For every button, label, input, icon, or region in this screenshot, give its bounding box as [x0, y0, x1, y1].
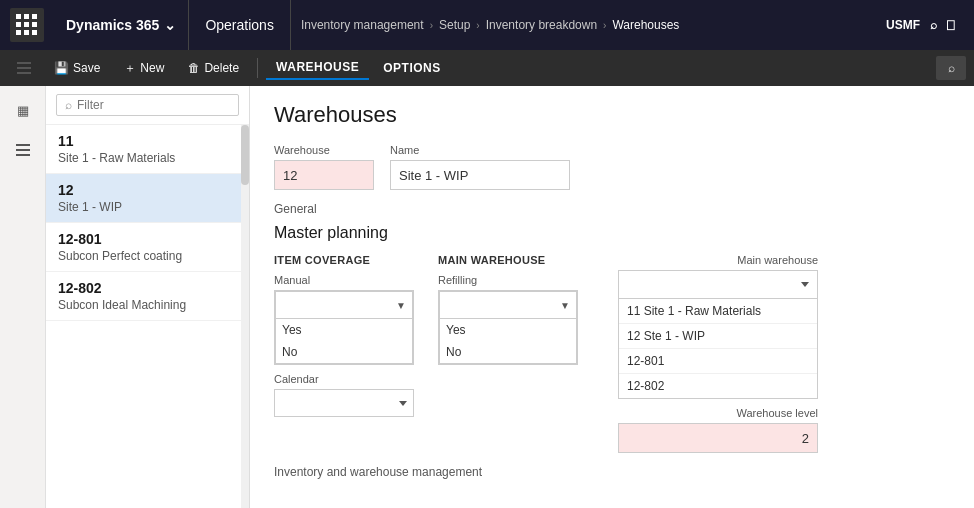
calendar-label: Calendar [274, 373, 414, 385]
plus-icon: ＋ [124, 60, 136, 77]
manual-options: Yes No [275, 319, 413, 364]
main-warehouse-right: Main warehouse 11 Site 1 - Raw Materials… [618, 254, 818, 453]
list-item[interactable]: 11 Site 1 - Raw Materials [46, 125, 249, 174]
top-navigation: Dynamics 365 ⌄ Operations Inventory mana… [0, 0, 974, 50]
item-code: 12-802 [58, 280, 237, 296]
main-layout: ▦ ⌕ 11 Site 1 - Raw Materials [0, 86, 974, 508]
warehouse-field: Warehouse [274, 144, 374, 190]
master-planning-heading: Master planning [274, 224, 950, 242]
manual-option-yes[interactable]: Yes [276, 319, 412, 341]
tab-options[interactable]: OPTIONS [373, 57, 451, 79]
waffle-menu[interactable] [10, 8, 44, 42]
company-code: USMF [886, 18, 920, 32]
calendar-field: Calendar [274, 373, 414, 417]
name-input[interactable] [390, 160, 570, 190]
item-coverage-header: ITEM COVERAGE [274, 254, 414, 266]
inventory-section-label: Inventory and warehouse management [274, 465, 950, 479]
refilling-option-yes[interactable]: Yes [440, 319, 576, 341]
refilling-option-no[interactable]: No [440, 341, 576, 363]
refilling-arrow: ▼ [560, 300, 570, 311]
warehouse-level-label: Warehouse level [736, 407, 818, 419]
mw-option-0[interactable]: 11 Site 1 - Raw Materials [619, 299, 817, 324]
sidebar-list-area: ⌕ 11 Site 1 - Raw Materials 12 Site 1 - … [46, 86, 249, 508]
module-label: Operations [189, 0, 290, 50]
filter-input-wrap[interactable]: ⌕ [56, 94, 239, 116]
mw-option-3[interactable]: 12-802 [619, 374, 817, 398]
list-item[interactable]: 12 Site 1 - WIP [46, 174, 249, 223]
warehouse-level-input[interactable] [618, 423, 818, 453]
main-warehouse-dropdown-header[interactable] [619, 271, 817, 299]
refilling-field: Refilling ▼ Yes No [438, 274, 578, 365]
list-area: 11 Site 1 - Raw Materials 12 Site 1 - WI… [46, 125, 249, 508]
sidebar-icon-bar: ▦ [0, 86, 46, 508]
breadcrumb-breakdown[interactable]: Inventory breakdown [486, 18, 597, 32]
refilling-label: Refilling [438, 274, 578, 286]
chat-icon[interactable]: ⎕ [947, 18, 954, 32]
item-coverage-col: ITEM COVERAGE Manual ▼ Yes No [274, 254, 414, 417]
hamburger-icon[interactable] [8, 52, 40, 84]
main-warehouse-field-label: Main warehouse [618, 254, 818, 266]
divider [257, 58, 258, 78]
delete-icon: 🗑 [188, 61, 200, 75]
brand-title[interactable]: Dynamics 365 ⌄ [54, 0, 189, 50]
main-warehouse-section: Main warehouse 11 Site 1 - Raw Materials… [618, 254, 818, 399]
mw-option-2[interactable]: 12-801 [619, 349, 817, 374]
sort-icon[interactable] [7, 134, 39, 166]
master-planning-grid: ITEM COVERAGE Manual ▼ Yes No [274, 254, 950, 453]
save-icon: 💾 [54, 61, 69, 75]
general-label: General [274, 202, 950, 216]
toolbar-search-button[interactable]: ⌕ [936, 56, 966, 80]
main-warehouse-options: 11 Site 1 - Raw Materials 12 Ste 1 - WIP… [619, 299, 817, 398]
name-field: Name [390, 144, 570, 190]
search-icon-small: ⌕ [948, 61, 955, 75]
manual-field: Manual ▼ Yes No [274, 274, 414, 365]
warehouse-label: Warehouse [274, 144, 374, 156]
nav-right: USMF ⌕ ⎕ [886, 18, 964, 32]
name-label: Name [390, 144, 570, 156]
refilling-options: Yes No [439, 319, 577, 364]
mw-option-1[interactable]: 12 Ste 1 - WIP [619, 324, 817, 349]
item-code: 11 [58, 133, 237, 149]
new-button[interactable]: ＋ New [114, 54, 174, 82]
warehouse-name-row: Warehouse Name [274, 144, 950, 190]
warehouse-input[interactable] [274, 160, 374, 190]
tab-warehouse[interactable]: WAREHOUSE [266, 56, 369, 80]
manual-dropdown-header[interactable]: ▼ [275, 291, 413, 319]
manual-dropdown: ▼ Yes No [274, 290, 414, 365]
sidebar: ▦ ⌕ 11 Site 1 - Raw Materials [0, 86, 250, 508]
warehouse-level-row: Warehouse level [618, 407, 818, 453]
filter-box: ⌕ [46, 86, 249, 125]
filter-input[interactable] [77, 98, 230, 112]
manual-option-no[interactable]: No [276, 341, 412, 363]
refilling-dropdown: ▼ Yes No [438, 290, 578, 365]
breadcrumb-inventory[interactable]: Inventory management [301, 18, 424, 32]
page-title: Warehouses [274, 102, 950, 128]
main-warehouse-arrow [801, 282, 809, 287]
brand-chevron: ⌄ [164, 17, 176, 33]
filter-search-icon: ⌕ [65, 98, 72, 112]
scrollbar-thumb[interactable] [241, 125, 249, 185]
scrollbar-track [241, 125, 249, 508]
list-item[interactable]: 12-801 Subcon Perfect coating [46, 223, 249, 272]
main-warehouse-col-header: MAIN WAREHOUSE [438, 254, 578, 266]
breadcrumb-setup[interactable]: Setup [439, 18, 470, 32]
breadcrumb: Inventory management › Setup › Inventory… [291, 18, 886, 32]
delete-button[interactable]: 🗑 Delete [178, 54, 249, 82]
calendar-arrow [399, 401, 407, 406]
breadcrumb-warehouses[interactable]: Warehouses [612, 18, 679, 32]
refilling-dropdown-header[interactable]: ▼ [439, 291, 577, 319]
item-name: Site 1 - Raw Materials [58, 151, 237, 165]
manual-label: Manual [274, 274, 414, 286]
item-code: 12-801 [58, 231, 237, 247]
brand-label: Dynamics 365 [66, 17, 159, 33]
calendar-dropdown[interactable] [274, 389, 414, 417]
list-item[interactable]: 12-802 Subcon Ideal Machining [46, 272, 249, 321]
item-name: Site 1 - WIP [58, 200, 237, 214]
save-button[interactable]: 💾 Save [44, 54, 110, 82]
item-name: Subcon Ideal Machining [58, 298, 237, 312]
search-icon[interactable]: ⌕ [930, 18, 937, 32]
main-warehouse-col: MAIN WAREHOUSE Refilling ▼ Yes No [438, 254, 578, 365]
toolbar: 💾 Save ＋ New 🗑 Delete WAREHOUSE OPTIONS … [0, 50, 974, 86]
item-name: Subcon Perfect coating [58, 249, 237, 263]
filter-icon[interactable]: ▦ [7, 94, 39, 126]
